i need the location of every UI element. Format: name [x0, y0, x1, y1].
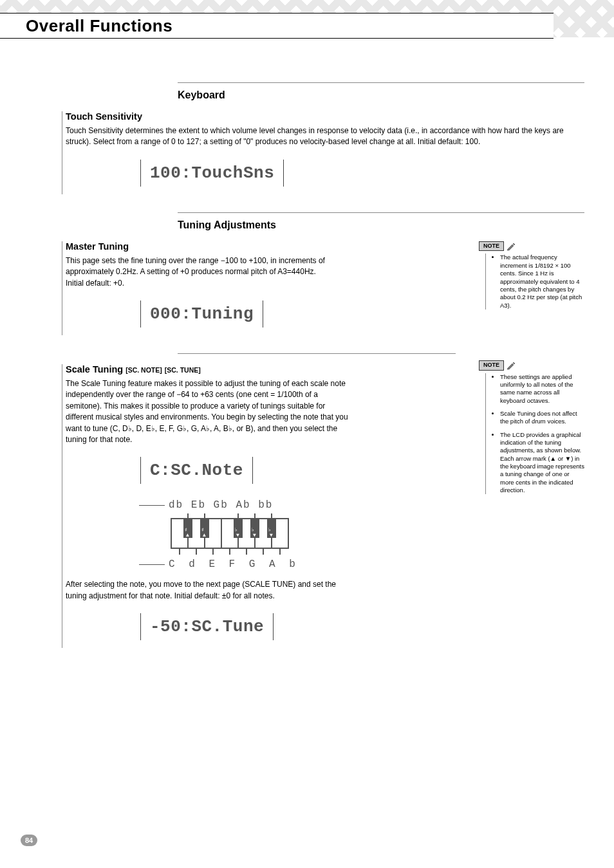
page-title: Overall Functions — [26, 16, 172, 36]
svg-text:▲: ▲ — [186, 532, 190, 538]
svg-text:▼: ▼ — [236, 532, 240, 538]
master-body: This page sets the fine tuning over the … — [66, 255, 336, 289]
note-master-item-0: The actual frequency increment is 1/8192… — [500, 254, 584, 309]
subsection-touch-title: Touch Sensitivity — [66, 111, 142, 122]
note-scale-item-1: Scale Tuning does not affect the pitch o… — [500, 410, 584, 426]
svg-text:▲: ▲ — [203, 532, 207, 538]
lcd-keyboard-graphic: db Eb Gb Ab bb — [139, 499, 584, 570]
pencil-icon — [507, 242, 516, 251]
scale-body-a: The Scale Tuning feature makes it possib… — [66, 378, 349, 445]
note-label: NOTE — [479, 241, 504, 252]
svg-text:▼: ▼ — [253, 532, 257, 538]
lcd-scale-note: C:SC.Note — [140, 457, 253, 484]
subsection-master-title: Master Tuning — [66, 241, 129, 252]
scale-tag-after: [SC. TUNE] — [165, 366, 201, 374]
svg-text:▼: ▼ — [270, 532, 274, 538]
scale-tag-before: [SC. NOTE] — [126, 366, 162, 374]
scale-body-b: After selecting the note, you move to th… — [66, 579, 349, 602]
page-number-badge: 84 — [21, 835, 37, 846]
lcd-master: 000:Tuning — [140, 300, 263, 328]
subsection-scale-title: Scale Tuning — [66, 364, 123, 374]
pencil-icon — [507, 361, 516, 370]
section-heading-tuning: Tuning Adjustments — [178, 219, 584, 231]
lcd-scale-tune: -50:SC.Tune — [140, 613, 274, 640]
note-scale-item-0: These settings are applied uniformly to … — [500, 373, 584, 405]
lcd-touch: 100:TouchSns — [140, 160, 284, 187]
section-heading-keyboard: Keyboard — [178, 89, 584, 101]
note-label: NOTE — [479, 360, 504, 371]
note-scale-item-2: The LCD provides a graphical indication … — [500, 431, 584, 495]
touch-body: Touch Sensitivity determines the extent … — [66, 125, 581, 148]
